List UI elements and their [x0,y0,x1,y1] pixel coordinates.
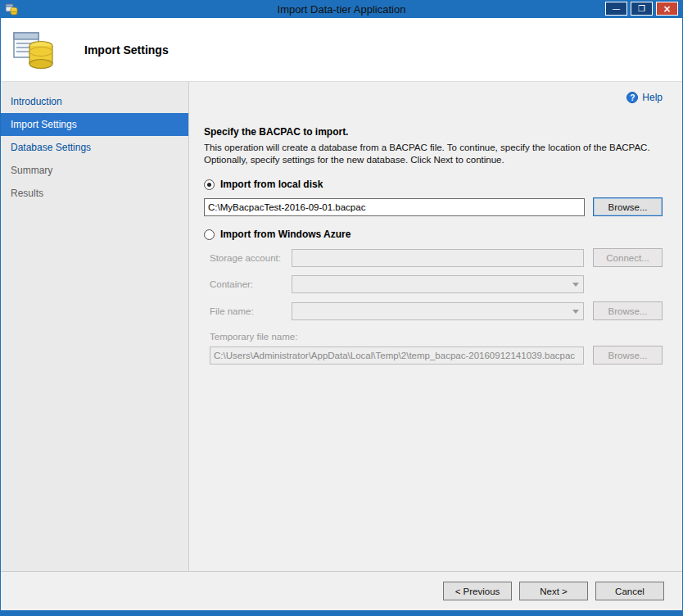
connect-button: Connect... [593,248,663,267]
import-azure-radio[interactable] [204,229,215,240]
file-name-label: File name: [210,306,292,316]
next-button[interactable]: Next > [519,582,588,600]
help-row: ? Help [204,90,663,105]
temporary-file-input [210,346,584,365]
help-link[interactable]: Help [642,92,663,103]
sidebar-item-results: Results [1,182,188,205]
sidebar-item-summary: Summary [1,159,188,182]
import-azure-option: Import from Windows Azure [204,229,663,240]
minimize-button[interactable]: — [605,2,627,16]
container-label: Container: [210,279,292,289]
browse-temp-file-button: Browse... [593,346,663,365]
help-icon: ? [626,92,638,103]
temporary-file-row: Browse... [210,346,663,365]
cancel-button[interactable]: Cancel [595,582,664,600]
wizard-header: Import Settings [1,18,682,82]
file-name-combobox [292,302,584,320]
storage-account-label: Storage account: [210,253,292,263]
import-settings-icon [12,29,55,70]
bacpac-path-row: Browse... [204,197,663,216]
sidebar-item-introduction[interactable]: Introduction [1,90,188,113]
import-local-disk-option: Import from local disk [204,179,663,190]
section-description: This operation will create a database fr… [204,142,663,166]
container-combobox [292,275,584,293]
storage-account-input [292,249,584,267]
wizard-body: Introduction Import Settings Database Se… [1,82,682,571]
container-row: Container: [210,275,663,293]
wizard-footer: < Previous Next > Cancel [1,571,682,610]
import-local-disk-radio[interactable] [204,179,215,190]
file-name-row: File name: Browse... [210,301,663,320]
sidebar-item-database-settings[interactable]: Database Settings [1,136,188,159]
bacpac-path-input[interactable] [204,198,585,216]
sidebar-item-import-settings[interactable]: Import Settings [1,113,188,136]
import-local-disk-label: Import from local disk [220,179,323,190]
browse-local-button[interactable]: Browse... [593,197,663,216]
titlebar: Import Data-tier Application — ❐ × [1,0,682,18]
page-title: Import Settings [84,43,169,57]
close-button[interactable]: × [656,2,678,16]
import-azure-label: Import from Windows Azure [220,229,351,240]
chevron-down-icon [572,310,579,314]
window-title: Import Data-tier Application [1,3,682,16]
import-settings-panel: ? Help Specify the BACPAC to import. Thi… [189,82,682,571]
chevron-down-icon [572,283,579,287]
section-heading: Specify the BACPAC to import. [204,126,663,138]
temporary-file-name-label: Temporary file name: [210,332,663,342]
window-controls: — ❐ × [605,2,678,16]
import-data-tier-application-window: Import Data-tier Application — ❐ × Impor… [0,0,683,616]
maximize-button[interactable]: ❐ [631,2,653,16]
storage-account-row: Storage account: Connect... [210,248,663,267]
previous-button[interactable]: < Previous [443,582,512,600]
browse-azure-file-button: Browse... [593,301,663,320]
wizard-steps-sidebar: Introduction Import Settings Database Se… [1,82,189,571]
